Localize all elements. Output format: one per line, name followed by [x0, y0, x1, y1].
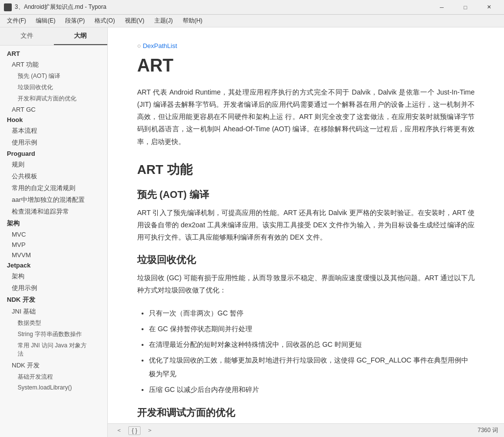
outline-item-21[interactable]: 使用示例: [0, 282, 107, 294]
content-area: ○ DexPathList ART ART 代表 Android Runtime…: [108, 27, 504, 437]
outline-item-16[interactable]: MVC: [0, 229, 107, 240]
menu-theme[interactable]: 主题(J): [149, 15, 178, 26]
outline-item-17[interactable]: MVP: [0, 240, 107, 250]
sidebar-tabs: 文件 大纲: [0, 27, 107, 46]
outline-item-12[interactable]: 常用的自定义混淆规则: [0, 182, 107, 194]
aot-paragraph: ART 引入了预先编译机制，可提高应用的性能。ART 还具有比 Dalvik 更…: [137, 207, 475, 244]
outline-item-26[interactable]: 常用 JNI 访问 Java 对象方法: [0, 340, 107, 360]
window-controls: ─ □ ✕: [431, 0, 500, 15]
outline-item-19[interactable]: Jetpack: [0, 260, 107, 270]
outline-item-2[interactable]: 预先 (AOT) 编译: [0, 71, 107, 82]
word-count: 7360 词: [478, 426, 498, 435]
minimize-button[interactable]: ─: [431, 0, 453, 15]
outline-panel: ARTART 功能预先 (AOT) 编译垃圾回收优化开发和调试方面的优化ART …: [0, 46, 107, 437]
gc-bullet-2: 在清理最近分配的短时对象这种特殊情况中，回收器的总 GC 时间更短: [149, 338, 475, 351]
outline-item-27[interactable]: NDK 开发: [0, 360, 107, 371]
outline-item-4[interactable]: 开发和调试方面的优化: [0, 93, 107, 104]
menu-bar: 文件(F) 编辑(E) 段落(P) 格式(O) 视图(V) 主题(J) 帮助(H…: [0, 15, 504, 27]
outline-item-3[interactable]: 垃圾回收优化: [0, 82, 107, 93]
outline-item-28[interactable]: 基础开发流程: [0, 371, 107, 383]
menu-edit[interactable]: 编辑(E): [31, 15, 60, 26]
outline-item-18[interactable]: MVVM: [0, 250, 107, 260]
gc-bullet-4: 压缩 GC 以减少后台内存使用和碎片: [149, 383, 475, 396]
outline-item-15[interactable]: 架构: [0, 218, 107, 229]
outline-item-10[interactable]: 规则: [0, 159, 107, 170]
menu-paragraph[interactable]: 段落(P): [60, 15, 90, 26]
maximize-button[interactable]: □: [454, 0, 477, 15]
menu-view[interactable]: 视图(V): [120, 15, 149, 26]
breadcrumb-link[interactable]: DexPathList: [143, 42, 177, 49]
outline-item-11[interactable]: 公共模板: [0, 170, 107, 182]
tab-outline[interactable]: 大纲: [54, 27, 108, 45]
source-mode-tag[interactable]: { }: [128, 426, 141, 435]
gc-bullets-list: 只有一次（而非两次）GC 暂停在 GC 保持暂停状态期间并行处理在清理最近分配的…: [137, 306, 475, 396]
menu-help[interactable]: 帮助(H): [178, 15, 208, 26]
outline-item-22[interactable]: NDK 开发: [0, 294, 107, 306]
gc-paragraph: 垃圾回收 (GC) 可能有损于应用性能，从而导致显示不稳定、界面响应速度缓慢以及…: [137, 272, 475, 296]
heading-art-func: ART 功能: [137, 162, 475, 178]
heading-gc: 垃圾回收优化: [137, 253, 475, 266]
outline-item-20[interactable]: 架构: [0, 270, 107, 282]
app-icon: [4, 3, 12, 11]
menu-file[interactable]: 文件(F): [2, 15, 31, 26]
content-scroll[interactable]: ○ DexPathList ART ART 代表 Android Runtime…: [108, 27, 504, 423]
window-title: 3、Android扩展知识点.md - Typora: [15, 3, 431, 11]
bottom-bar: ＜ { } ＞ 7360 词: [108, 423, 504, 437]
tab-file[interactable]: 文件: [0, 27, 54, 45]
outline-item-8[interactable]: 使用示例: [0, 137, 107, 148]
outline-item-9[interactable]: Proguard: [0, 148, 107, 159]
outline-item-25[interactable]: String 字符串函数数操作: [0, 329, 107, 340]
outline-item-7[interactable]: 基本流程: [0, 125, 107, 137]
outline-item-6[interactable]: Hook: [0, 115, 107, 125]
outline-item-24[interactable]: 数据类型: [0, 317, 107, 329]
outline-item-1[interactable]: ART 功能: [0, 59, 107, 71]
outline-item-13[interactable]: aar中增加独立的混淆配置: [0, 194, 107, 206]
gc-bullet-0: 只有一次（而非两次）GC 暂停: [149, 306, 475, 320]
nav-prev-button[interactable]: ＜: [114, 425, 124, 436]
heading-dev: 开发和调试方面的优化: [137, 406, 475, 419]
nav-next-button[interactable]: ＞: [144, 425, 155, 436]
outline-item-0[interactable]: ART: [0, 49, 107, 59]
title-bar: 3、Android扩展知识点.md - Typora ─ □ ✕: [0, 0, 504, 15]
menu-format[interactable]: 格式(O): [90, 15, 120, 26]
doc-main-title: ART: [137, 54, 475, 77]
gc-bullet-1: 在 GC 保持暂停状态期间并行处理: [149, 322, 475, 336]
gc-bullet-3: 优化了垃圾回收的工效，能够更加及时地进行并行垃圾回收，这使得 GC_FOR_AL…: [149, 353, 475, 381]
outline-item-5[interactable]: ART GC: [0, 104, 107, 115]
main-area: 文件 大纲 ARTART 功能预先 (AOT) 编译垃圾回收优化开发和调试方面的…: [0, 27, 504, 437]
outline-item-23[interactable]: JNI 基础: [0, 306, 107, 317]
outline-item-29[interactable]: System.loadLibrary(): [0, 383, 107, 392]
intro-paragraph: ART 代表 Android Runtime，其处理应用程序执行的方式完全不同于…: [137, 86, 475, 148]
heading-aot: 预先 (AOT) 编译: [137, 188, 475, 201]
outline-item-14[interactable]: 检查混淆和追踪异常: [0, 206, 107, 218]
sidebar: 文件 大纲 ARTART 功能预先 (AOT) 编译垃圾回收优化开发和调试方面的…: [0, 27, 108, 437]
close-button[interactable]: ✕: [478, 0, 500, 15]
